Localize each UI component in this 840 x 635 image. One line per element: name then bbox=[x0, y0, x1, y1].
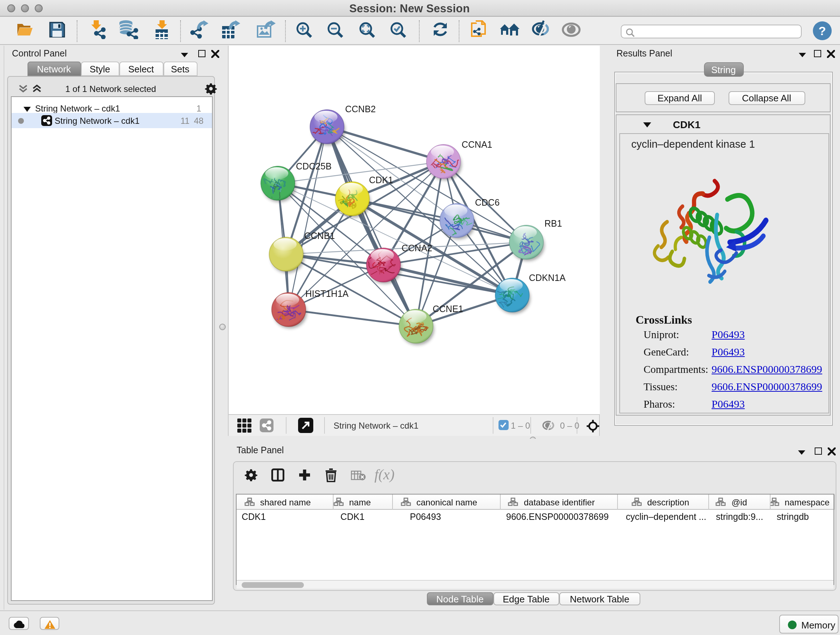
svg-text:CDC25B: CDC25B bbox=[296, 161, 332, 171]
svg-text:CDKN1A: CDKN1A bbox=[529, 272, 566, 282]
svg-text:CDK1: CDK1 bbox=[369, 174, 393, 185]
svg-text:CDC6: CDC6 bbox=[475, 197, 500, 207]
svg-text:?: ? bbox=[819, 24, 826, 38]
svg-text:CCNB1: CCNB1 bbox=[304, 230, 335, 241]
svg-text:RB1: RB1 bbox=[545, 218, 562, 228]
svg-text:CCNB2: CCNB2 bbox=[345, 103, 376, 114]
svg-text:CCNA2: CCNA2 bbox=[401, 242, 432, 253]
svg-text:CCNA1: CCNA1 bbox=[462, 139, 493, 149]
svg-text:HIST1H1A: HIST1H1A bbox=[305, 288, 349, 298]
svg-text:CCNE1: CCNE1 bbox=[433, 303, 463, 314]
